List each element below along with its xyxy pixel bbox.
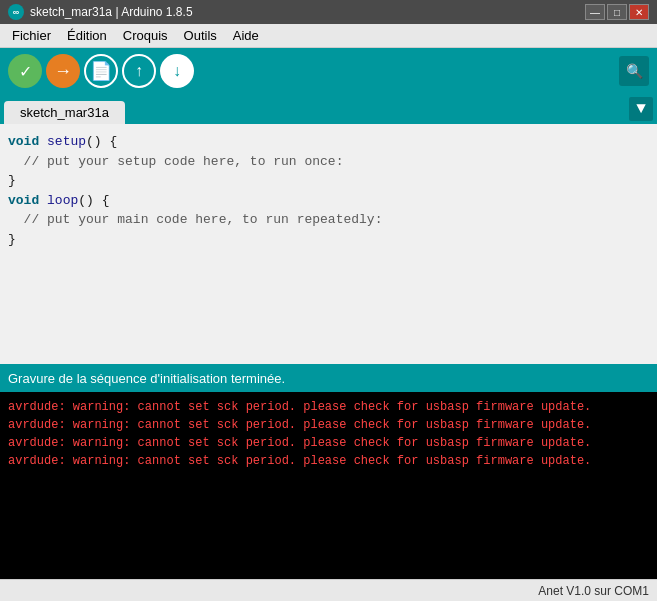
code-editor[interactable]: void setup() { // put your setup code he… xyxy=(0,124,657,364)
app-logo-icon: ∞ xyxy=(8,4,24,20)
code-line-6: void loop() { xyxy=(4,191,653,211)
console-line-2: avrdude: warning: cannot set sck period.… xyxy=(8,416,649,434)
menubar: Fichier Édition Croquis Outils Aide xyxy=(0,24,657,48)
titlebar-controls: — □ ✕ xyxy=(585,4,649,20)
menu-croquis[interactable]: Croquis xyxy=(115,26,176,45)
console-line-3: avrdude: warning: cannot set sck period.… xyxy=(8,434,649,452)
code-line-1: void setup() { xyxy=(4,132,653,152)
tab-dropdown-button[interactable]: ▼ xyxy=(629,97,653,121)
console-output[interactable]: avrdude: warning: cannot set sck period.… xyxy=(0,392,657,579)
tabbar: sketch_mar31a ▼ xyxy=(0,94,657,124)
open-button[interactable]: ↑ xyxy=(122,54,156,88)
save-button[interactable]: ↓ xyxy=(160,54,194,88)
status-message: Gravure de la séquence d'initialisation … xyxy=(8,371,285,386)
main-container: sketch_mar31a ▼ void setup() { // put yo… xyxy=(0,94,657,601)
titlebar-title: sketch_mar31a | Arduino 1.8.5 xyxy=(30,5,193,19)
code-line-9: } xyxy=(4,230,653,250)
titlebar-left: ∞ sketch_mar31a | Arduino 1.8.5 xyxy=(8,4,193,20)
menu-aide[interactable]: Aide xyxy=(225,26,267,45)
board-info: Anet V1.0 sur COM1 xyxy=(538,584,649,598)
code-line-2: // put your setup code here, to run once… xyxy=(4,152,653,172)
code-line-4: } xyxy=(4,171,653,191)
console-line-1: avrdude: warning: cannot set sck period.… xyxy=(8,398,649,416)
menu-outils[interactable]: Outils xyxy=(176,26,225,45)
titlebar: ∞ sketch_mar31a | Arduino 1.8.5 — □ ✕ xyxy=(0,0,657,24)
toolbar: ✓ → 📄 ↑ ↓ 🔍 xyxy=(0,48,657,94)
new-button[interactable]: 📄 xyxy=(84,54,118,88)
maximize-button[interactable]: □ xyxy=(607,4,627,20)
bottombar: Anet V1.0 sur COM1 xyxy=(0,579,657,601)
close-button[interactable]: ✕ xyxy=(629,4,649,20)
sketch-tab[interactable]: sketch_mar31a xyxy=(4,101,125,124)
code-line-7: // put your main code here, to run repea… xyxy=(4,210,653,230)
statusbar: Gravure de la séquence d'initialisation … xyxy=(0,364,657,392)
minimize-button[interactable]: — xyxy=(585,4,605,20)
search-button[interactable]: 🔍 xyxy=(619,56,649,86)
menu-fichier[interactable]: Fichier xyxy=(4,26,59,45)
verify-button[interactable]: ✓ xyxy=(8,54,42,88)
menu-edition[interactable]: Édition xyxy=(59,26,115,45)
console-line-4: avrdude: warning: cannot set sck period.… xyxy=(8,452,649,470)
upload-button[interactable]: → xyxy=(46,54,80,88)
